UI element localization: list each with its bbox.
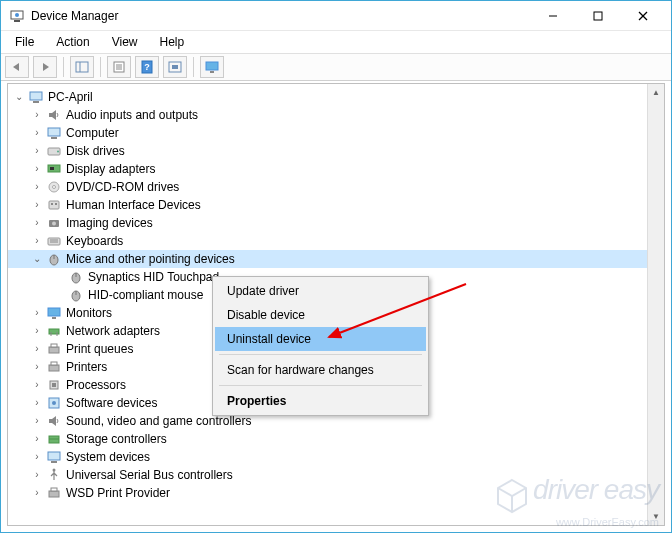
chevron-right-icon[interactable]: ›: [30, 234, 44, 248]
chevron-right-icon[interactable]: ›: [30, 360, 44, 374]
chevron-right-icon[interactable]: ›: [30, 126, 44, 140]
vertical-scrollbar[interactable]: ▲ ▼: [647, 84, 664, 525]
scan-hardware-button[interactable]: [163, 56, 187, 78]
chevron-right-icon[interactable]: ›: [30, 378, 44, 392]
chevron-right-icon[interactable]: ›: [30, 108, 44, 122]
show-hide-tree-button[interactable]: [70, 56, 94, 78]
chevron-right-icon[interactable]: ›: [30, 468, 44, 482]
menu-separator: [219, 354, 422, 355]
tree-root[interactable]: ⌄ PC-April: [8, 88, 664, 106]
svg-rect-17: [206, 62, 218, 70]
tree-node-display[interactable]: › Display adapters: [8, 160, 664, 178]
maximize-button[interactable]: [575, 2, 620, 30]
chevron-right-icon[interactable]: ›: [30, 414, 44, 428]
speaker-icon: [46, 413, 62, 429]
svg-rect-29: [49, 201, 59, 209]
chevron-right-icon[interactable]: ›: [30, 216, 44, 230]
node-label: Audio inputs and outputs: [66, 106, 198, 124]
disk-icon: [46, 143, 62, 159]
keyboard-icon: [46, 233, 62, 249]
svg-rect-20: [33, 101, 39, 103]
chevron-right-icon[interactable]: ›: [30, 324, 44, 338]
speaker-icon: [46, 107, 62, 123]
chevron-right-icon[interactable]: ›: [30, 198, 44, 212]
node-label: WSD Print Provider: [66, 484, 170, 502]
chevron-down-icon[interactable]: ⌄: [30, 252, 44, 266]
tree-node-audio[interactable]: › Audio inputs and outputs: [8, 106, 664, 124]
menu-help[interactable]: Help: [150, 33, 195, 51]
chevron-down-icon[interactable]: ⌄: [12, 90, 26, 104]
monitor-icon: [46, 305, 62, 321]
svg-rect-49: [51, 344, 57, 347]
svg-rect-50: [49, 365, 59, 371]
tree-node-disk[interactable]: › Disk drives: [8, 142, 664, 160]
chevron-right-icon[interactable]: ›: [30, 396, 44, 410]
tree-node-keyboards[interactable]: › Keyboards: [8, 232, 664, 250]
node-label: Printers: [66, 358, 107, 376]
node-label: Human Interface Devices: [66, 196, 201, 214]
properties-button[interactable]: [107, 56, 131, 78]
svg-rect-59: [51, 461, 57, 463]
svg-point-55: [52, 401, 56, 405]
tree-node-imaging[interactable]: › Imaging devices: [8, 214, 664, 232]
titlebar: Device Manager: [1, 1, 671, 31]
svg-rect-21: [48, 128, 60, 136]
device-manager-icon: [9, 8, 25, 24]
tree-node-computer[interactable]: › Computer: [8, 124, 664, 142]
chevron-right-icon[interactable]: ›: [30, 432, 44, 446]
close-button[interactable]: [620, 2, 665, 30]
svg-point-28: [53, 186, 56, 189]
tree-node-dvd[interactable]: › DVD/CD-ROM drives: [8, 178, 664, 196]
menu-view[interactable]: View: [102, 33, 148, 51]
menu-file[interactable]: File: [5, 33, 44, 51]
scroll-up-button[interactable]: ▲: [648, 84, 664, 101]
forward-button[interactable]: [33, 56, 57, 78]
cm-uninstall-device[interactable]: Uninstall device: [215, 327, 426, 351]
toolbar: ?: [1, 53, 671, 81]
menu-separator: [219, 385, 422, 386]
printer-icon: [46, 341, 62, 357]
node-label: Disk drives: [66, 142, 125, 160]
help-button[interactable]: ?: [135, 56, 159, 78]
tree-node-wsd[interactable]: › WSD Print Provider: [8, 484, 664, 502]
svg-rect-58: [48, 452, 60, 460]
cm-update-driver[interactable]: Update driver: [215, 279, 426, 303]
node-label: Print queues: [66, 340, 133, 358]
svg-point-24: [57, 151, 59, 153]
svg-point-60: [53, 469, 56, 472]
cm-scan-hardware[interactable]: Scan for hardware changes: [215, 358, 426, 382]
computer-icon: [28, 89, 44, 105]
cpu-icon: [46, 377, 62, 393]
svg-rect-51: [51, 362, 57, 365]
disc-icon: [46, 179, 62, 195]
chevron-right-icon[interactable]: ›: [30, 162, 44, 176]
tree-node-storage[interactable]: › Storage controllers: [8, 430, 664, 448]
svg-point-33: [52, 222, 56, 226]
node-label: Monitors: [66, 304, 112, 322]
chevron-right-icon[interactable]: ›: [30, 144, 44, 158]
menu-action[interactable]: Action: [46, 33, 99, 51]
node-label: Storage controllers: [66, 430, 167, 448]
back-button[interactable]: [5, 56, 29, 78]
cm-properties[interactable]: Properties: [215, 389, 426, 413]
tree-node-usb[interactable]: › Universal Serial Bus controllers: [8, 466, 664, 484]
toolbar-separator: [100, 57, 101, 77]
chevron-right-icon[interactable]: ›: [30, 306, 44, 320]
node-label: Universal Serial Bus controllers: [66, 466, 233, 484]
tree-node-hid[interactable]: › Human Interface Devices: [8, 196, 664, 214]
scroll-down-button[interactable]: ▼: [648, 508, 664, 525]
tree-node-mice[interactable]: ⌄ Mice and other pointing devices: [8, 250, 664, 268]
minimize-button[interactable]: [530, 2, 575, 30]
computer-icon: [46, 125, 62, 141]
monitor-button[interactable]: [200, 56, 224, 78]
svg-rect-16: [172, 65, 178, 69]
chevron-right-icon[interactable]: ›: [30, 450, 44, 464]
chevron-right-icon[interactable]: ›: [30, 342, 44, 356]
svg-rect-61: [49, 491, 59, 497]
svg-text:?: ?: [144, 62, 150, 72]
cm-disable-device[interactable]: Disable device: [215, 303, 426, 327]
chevron-right-icon[interactable]: ›: [30, 180, 44, 194]
chevron-right-icon[interactable]: ›: [30, 486, 44, 500]
tree-node-system[interactable]: › System devices: [8, 448, 664, 466]
software-icon: [46, 395, 62, 411]
